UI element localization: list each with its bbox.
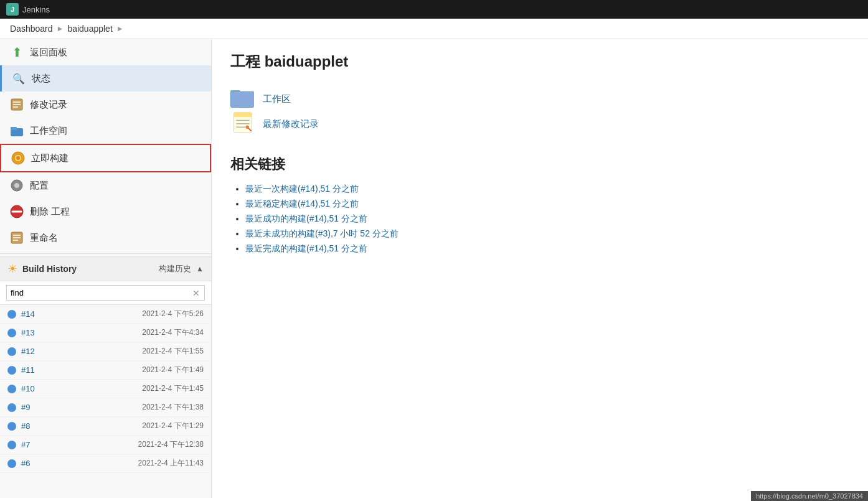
build-history-header[interactable]: ☀ Build History 构建历史 ▲ — [0, 256, 211, 281]
svg-point-8 — [16, 156, 20, 160]
breadcrumb-project[interactable]: baiduapplet — [67, 24, 112, 34]
sidebar-item-label-status: 状态 — [32, 73, 50, 85]
back-dashboard-icon: ⬆ — [10, 45, 24, 59]
build-date-build-12: 2021-2-4 下午1:55 — [142, 346, 204, 357]
build-search-input[interactable] — [6, 285, 205, 301]
build-number-link-build-8[interactable]: #8 — [21, 421, 43, 431]
related-links-list: 最近一次构建(#14),51 分之前最近稳定构建(#14),51 分之前最近成功… — [230, 184, 849, 255]
build-status-icon-build-12 — [7, 347, 16, 356]
build-date-build-9: 2021-2-4 下午1:38 — [142, 402, 204, 413]
status-icon: 🔍 — [12, 72, 26, 85]
related-link-item-success-build: 最近成功的构建(#14),51 分之前 — [245, 213, 849, 225]
build-status-icon-build-11 — [7, 366, 16, 375]
main-layout: ⬆返回面板🔍状态修改记录工作空间立即构建配置删除 工程重命名 ☀ Build H… — [0, 39, 868, 498]
build-status-icon-build-9 — [7, 403, 16, 412]
sidebar-item-change-log[interactable]: 修改记录 — [0, 91, 211, 118]
breadcrumb: Dashboard ► baiduapplet ► — [0, 19, 868, 39]
svg-rect-12 — [16, 189, 17, 191]
related-link-item-last-build: 最近一次构建(#14),51 分之前 — [245, 184, 849, 195]
workspace-icon — [10, 124, 24, 138]
build-history-icon: ☀ — [7, 262, 17, 276]
quick-link-changelog-link[interactable]: 最新修改记录 — [230, 111, 849, 136]
related-link-success-build[interactable]: 最近成功的构建(#14),51 分之前 — [245, 213, 367, 223]
build-date-build-6: 2021-2-4 上午11:43 — [138, 458, 204, 469]
related-link-complete-build[interactable]: 最近完成的构建(#14),51 分之前 — [245, 243, 367, 253]
build-list-item-build-9[interactable]: #92021-2-4 下午1:38 — [0, 398, 211, 417]
build-search-clear[interactable]: ✕ — [192, 288, 200, 298]
build-date-build-8: 2021-2-4 下午1:29 — [142, 421, 204, 431]
build-number-link-build-14[interactable]: #14 — [21, 309, 43, 319]
sidebar-item-label-back-dashboard: 返回面板 — [30, 47, 67, 59]
sidebar-item-status[interactable]: 🔍状态 — [0, 65, 211, 91]
build-number-link-build-6[interactable]: #6 — [21, 459, 43, 468]
related-link-fail-build[interactable]: 最近未成功的构建(#3),7 小时 52 分之前 — [245, 228, 399, 238]
breadcrumb-dashboard[interactable]: Dashboard — [10, 24, 53, 34]
related-link-item-fail-build: 最近未成功的构建(#3),7 小时 52 分之前 — [245, 228, 849, 240]
quick-links-container: 工作区 最新修改记录 — [230, 87, 849, 136]
build-list-item-build-6[interactable]: #62021-2-4 上午11:43 — [0, 454, 211, 473]
sidebar-item-back-dashboard[interactable]: ⬆返回面板 — [0, 39, 211, 65]
sidebar-item-configure[interactable]: 配置 — [0, 172, 211, 199]
related-link-item-complete-build: 最近完成的构建(#14),51 分之前 — [245, 243, 849, 255]
change-log-icon — [10, 98, 24, 111]
build-list-item-build-11[interactable]: #112021-2-4 下午1:49 — [0, 361, 211, 380]
sidebar-item-label-delete-project: 删除 工程 — [30, 206, 70, 218]
svg-rect-26 — [234, 113, 252, 117]
build-number-link-build-10[interactable]: #10 — [21, 384, 43, 393]
related-link-item-stable-build: 最近稳定构建(#14),51 分之前 — [245, 199, 849, 210]
svg-rect-14 — [20, 185, 22, 186]
build-status-icon-build-6 — [7, 459, 16, 468]
sidebar-item-build-now[interactable]: 立即构建 — [0, 144, 211, 172]
logo-icon: J — [6, 3, 19, 16]
svg-rect-5 — [11, 127, 17, 130]
logo-text: Jenkins — [22, 5, 50, 14]
related-section-title: 相关链接 — [230, 155, 849, 174]
related-link-last-build[interactable]: 最近一次构建(#14),51 分之前 — [245, 184, 359, 194]
build-now-icon — [11, 151, 25, 165]
changelog-link-icon — [230, 111, 255, 136]
related-link-stable-build[interactable]: 最近稳定构建(#14),51 分之前 — [245, 199, 359, 208]
build-status-icon-build-7 — [7, 441, 16, 449]
related-links: 最近一次构建(#14),51 分之前最近稳定构建(#14),51 分之前最近成功… — [230, 184, 849, 255]
build-list-item-build-12[interactable]: #122021-2-4 下午1:55 — [0, 342, 211, 361]
build-list-item-build-13[interactable]: #132021-2-4 下午4:34 — [0, 324, 211, 342]
sidebar-divider — [0, 253, 211, 254]
build-history-title: Build History — [22, 264, 154, 274]
build-search-container: ✕ — [0, 281, 211, 305]
build-number-link-build-7[interactable]: #7 — [21, 440, 43, 449]
quick-link-label-changelog-link[interactable]: 最新修改记录 — [263, 118, 319, 130]
build-status-icon-build-14 — [7, 310, 16, 319]
rename-icon — [10, 231, 24, 245]
build-number-link-build-13[interactable]: #13 — [21, 328, 43, 337]
build-number-link-build-12[interactable]: #12 — [21, 347, 43, 356]
sidebar-item-label-build-now: 立即构建 — [31, 152, 68, 164]
build-date-build-11: 2021-2-4 下午1:49 — [142, 365, 204, 375]
build-list-item-build-7[interactable]: #72021-2-4 下午12:38 — [0, 436, 211, 454]
build-number-link-build-11[interactable]: #11 — [21, 365, 43, 375]
build-status-icon-build-8 — [7, 422, 16, 431]
build-number-link-build-9[interactable]: #9 — [21, 403, 43, 412]
build-history-cn: 构建历史 — [159, 263, 191, 274]
sidebar-item-rename[interactable]: 重命名 — [0, 225, 211, 251]
page-title: 工程 baiduapplet — [230, 52, 849, 72]
build-list-item-build-14[interactable]: #142021-2-4 下午5:26 — [0, 305, 211, 324]
quick-link-workspace-link[interactable]: 工作区 — [230, 87, 849, 111]
build-date-build-10: 2021-2-4 下午1:45 — [142, 383, 204, 394]
sidebar-item-label-configure: 配置 — [30, 180, 49, 192]
main-content: 工程 baiduapplet 工作区 最新修改记录 相关链接 最近一次构建(#1… — [212, 39, 868, 498]
quick-link-label-workspace-link[interactable]: 工作区 — [263, 93, 291, 105]
build-status-icon-build-10 — [7, 385, 16, 393]
build-list-item-build-8[interactable]: #82021-2-4 下午1:29 — [0, 417, 211, 436]
breadcrumb-sep-2: ► — [116, 24, 124, 33]
build-date-build-14: 2021-2-4 下午5:26 — [142, 309, 204, 319]
quick-links: 工作区 最新修改记录 — [230, 87, 849, 136]
sidebar-item-workspace[interactable]: 工作空间 — [0, 118, 211, 144]
breadcrumb-sep-1: ► — [57, 24, 64, 33]
build-history-chevron: ▲ — [196, 265, 204, 273]
sidebar-item-label-rename: 重命名 — [30, 232, 58, 244]
build-date-build-13: 2021-2-4 下午4:34 — [142, 327, 204, 338]
build-list-item-build-10[interactable]: #102021-2-4 下午1:45 — [0, 380, 211, 398]
svg-point-10 — [14, 183, 19, 188]
build-status-icon-build-13 — [7, 329, 16, 337]
sidebar-item-delete-project[interactable]: 删除 工程 — [0, 199, 211, 225]
